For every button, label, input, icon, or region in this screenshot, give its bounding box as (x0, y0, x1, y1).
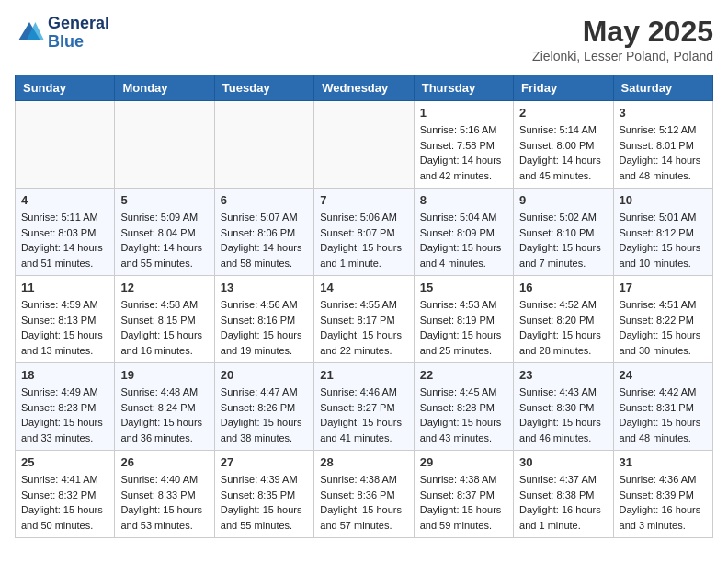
day-info: Sunrise: 5:02 AMSunset: 8:10 PMDaylight:… (519, 210, 607, 270)
day-cell: 22Sunrise: 4:45 AMSunset: 8:28 PMDayligh… (414, 363, 513, 451)
day-cell: 30Sunrise: 4:37 AMSunset: 8:38 PMDayligh… (514, 451, 613, 538)
day-number: 17 (620, 281, 707, 294)
day-info: Sunrise: 4:36 AMSunset: 8:39 PMDaylight:… (620, 472, 707, 533)
week-row-4: 18Sunrise: 4:49 AMSunset: 8:23 PMDayligh… (16, 363, 713, 451)
day-cell: 4Sunrise: 5:11 AMSunset: 8:03 PMDaylight… (16, 189, 115, 276)
day-number: 29 (420, 455, 507, 469)
day-number: 6 (221, 193, 308, 207)
day-info: Sunrise: 4:49 AMSunset: 8:23 PMDaylight:… (21, 385, 108, 445)
day-info: Sunrise: 5:14 AMSunset: 8:00 PMDaylight:… (519, 122, 607, 183)
day-cell (115, 101, 214, 189)
weekday-header-thursday: Thursday (414, 75, 513, 101)
day-info: Sunrise: 5:01 AMSunset: 8:12 PMDaylight:… (620, 210, 707, 270)
location: Zielonki, Lesser Poland, Poland (532, 49, 713, 63)
day-cell: 7Sunrise: 5:06 AMSunset: 8:07 PMDaylight… (314, 189, 414, 276)
day-info: Sunrise: 5:07 AMSunset: 8:06 PMDaylight:… (221, 210, 308, 270)
day-info: Sunrise: 5:06 AMSunset: 8:07 PMDaylight:… (320, 210, 407, 270)
day-info: Sunrise: 4:51 AMSunset: 8:22 PMDaylight:… (620, 297, 707, 358)
day-cell: 17Sunrise: 4:51 AMSunset: 8:22 PMDayligh… (613, 276, 712, 363)
day-cell: 12Sunrise: 4:58 AMSunset: 8:15 PMDayligh… (115, 276, 214, 363)
calendar: SundayMondayTuesdayWednesdayThursdayFrid… (15, 75, 713, 538)
day-number: 30 (519, 455, 607, 469)
day-info: Sunrise: 4:37 AMSunset: 8:38 PMDaylight:… (519, 472, 607, 533)
day-info: Sunrise: 4:43 AMSunset: 8:30 PMDaylight:… (519, 385, 607, 445)
day-number: 13 (221, 281, 308, 294)
day-info: Sunrise: 4:48 AMSunset: 8:24 PMDaylight:… (120, 385, 208, 445)
day-number: 1 (420, 106, 507, 120)
weekday-header-monday: Monday (115, 75, 214, 101)
logo-icon (15, 18, 44, 48)
day-number: 3 (620, 106, 707, 120)
day-number: 31 (620, 455, 707, 469)
day-number: 14 (320, 281, 407, 294)
day-cell: 25Sunrise: 4:41 AMSunset: 8:32 PMDayligh… (16, 451, 115, 538)
day-cell: 15Sunrise: 4:53 AMSunset: 8:19 PMDayligh… (414, 276, 513, 363)
day-number: 20 (221, 368, 308, 382)
day-info: Sunrise: 5:12 AMSunset: 8:01 PMDaylight:… (620, 122, 707, 183)
logo-line1: General (48, 15, 109, 33)
day-info: Sunrise: 5:11 AMSunset: 8:03 PMDaylight:… (21, 210, 108, 270)
day-cell: 3Sunrise: 5:12 AMSunset: 8:01 PMDaylight… (613, 101, 712, 189)
day-cell: 8Sunrise: 5:04 AMSunset: 8:09 PMDaylight… (414, 189, 513, 276)
day-cell: 1Sunrise: 5:16 AMSunset: 7:58 PMDaylight… (414, 101, 513, 189)
day-cell: 28Sunrise: 4:38 AMSunset: 8:36 PMDayligh… (314, 451, 414, 538)
week-row-1: 1Sunrise: 5:16 AMSunset: 7:58 PMDaylight… (16, 101, 713, 189)
day-info: Sunrise: 4:40 AMSunset: 8:33 PMDaylight:… (120, 472, 208, 533)
day-info: Sunrise: 4:41 AMSunset: 8:32 PMDaylight:… (21, 472, 108, 533)
weekday-header-wednesday: Wednesday (314, 75, 414, 101)
day-cell: 5Sunrise: 5:09 AMSunset: 8:04 PMDaylight… (115, 189, 214, 276)
day-info: Sunrise: 5:16 AMSunset: 7:58 PMDaylight:… (420, 122, 507, 183)
day-cell: 2Sunrise: 5:14 AMSunset: 8:00 PMDaylight… (514, 101, 613, 189)
day-info: Sunrise: 4:42 AMSunset: 8:31 PMDaylight:… (620, 385, 707, 445)
month-title: May 2025 (532, 15, 713, 49)
day-info: Sunrise: 4:56 AMSunset: 8:16 PMDaylight:… (221, 297, 308, 358)
day-number: 24 (620, 368, 707, 382)
day-info: Sunrise: 4:39 AMSunset: 8:35 PMDaylight:… (221, 472, 308, 533)
day-cell: 9Sunrise: 5:02 AMSunset: 8:10 PMDaylight… (514, 189, 613, 276)
weekday-header-friday: Friday (514, 75, 613, 101)
day-info: Sunrise: 4:45 AMSunset: 8:28 PMDaylight:… (420, 385, 507, 445)
day-number: 23 (519, 368, 607, 382)
day-cell: 18Sunrise: 4:49 AMSunset: 8:23 PMDayligh… (16, 363, 115, 451)
day-number: 22 (420, 368, 507, 382)
day-number: 12 (120, 281, 208, 294)
day-cell: 6Sunrise: 5:07 AMSunset: 8:06 PMDaylight… (214, 189, 313, 276)
day-cell: 27Sunrise: 4:39 AMSunset: 8:35 PMDayligh… (214, 451, 313, 538)
day-number: 2 (519, 106, 607, 120)
day-cell: 10Sunrise: 5:01 AMSunset: 8:12 PMDayligh… (613, 189, 712, 276)
day-cell (16, 101, 115, 189)
week-row-5: 25Sunrise: 4:41 AMSunset: 8:32 PMDayligh… (16, 451, 713, 538)
week-row-3: 11Sunrise: 4:59 AMSunset: 8:13 PMDayligh… (16, 276, 713, 363)
weekday-header-saturday: Saturday (613, 75, 712, 101)
day-number: 11 (21, 281, 108, 294)
day-cell: 21Sunrise: 4:46 AMSunset: 8:27 PMDayligh… (314, 363, 414, 451)
day-cell: 23Sunrise: 4:43 AMSunset: 8:30 PMDayligh… (514, 363, 613, 451)
day-info: Sunrise: 5:04 AMSunset: 8:09 PMDaylight:… (420, 210, 507, 270)
day-number: 15 (420, 281, 507, 294)
day-number: 26 (120, 455, 208, 469)
day-number: 16 (519, 281, 607, 294)
page-header: General Blue May 2025 Zielonki, Lesser P… (15, 15, 713, 63)
day-cell: 11Sunrise: 4:59 AMSunset: 8:13 PMDayligh… (16, 276, 115, 363)
day-number: 19 (120, 368, 208, 382)
day-cell: 26Sunrise: 4:40 AMSunset: 8:33 PMDayligh… (115, 451, 214, 538)
day-number: 18 (21, 368, 108, 382)
day-number: 27 (221, 455, 308, 469)
day-number: 8 (420, 193, 507, 207)
day-number: 28 (320, 455, 407, 469)
day-number: 5 (120, 193, 208, 207)
weekday-header-row: SundayMondayTuesdayWednesdayThursdayFrid… (16, 75, 713, 101)
day-cell: 13Sunrise: 4:56 AMSunset: 8:16 PMDayligh… (214, 276, 313, 363)
day-cell: 16Sunrise: 4:52 AMSunset: 8:20 PMDayligh… (514, 276, 613, 363)
day-info: Sunrise: 4:58 AMSunset: 8:15 PMDaylight:… (120, 297, 208, 358)
day-number: 25 (21, 455, 108, 469)
day-info: Sunrise: 4:59 AMSunset: 8:13 PMDaylight:… (21, 297, 108, 358)
day-cell: 31Sunrise: 4:36 AMSunset: 8:39 PMDayligh… (613, 451, 712, 538)
day-info: Sunrise: 4:47 AMSunset: 8:26 PMDaylight:… (221, 385, 308, 445)
weekday-header-tuesday: Tuesday (214, 75, 313, 101)
day-cell: 20Sunrise: 4:47 AMSunset: 8:26 PMDayligh… (214, 363, 313, 451)
day-cell (214, 101, 313, 189)
day-info: Sunrise: 4:38 AMSunset: 8:37 PMDaylight:… (420, 472, 507, 533)
day-info: Sunrise: 4:55 AMSunset: 8:17 PMDaylight:… (320, 297, 407, 358)
week-row-2: 4Sunrise: 5:11 AMSunset: 8:03 PMDaylight… (16, 189, 713, 276)
